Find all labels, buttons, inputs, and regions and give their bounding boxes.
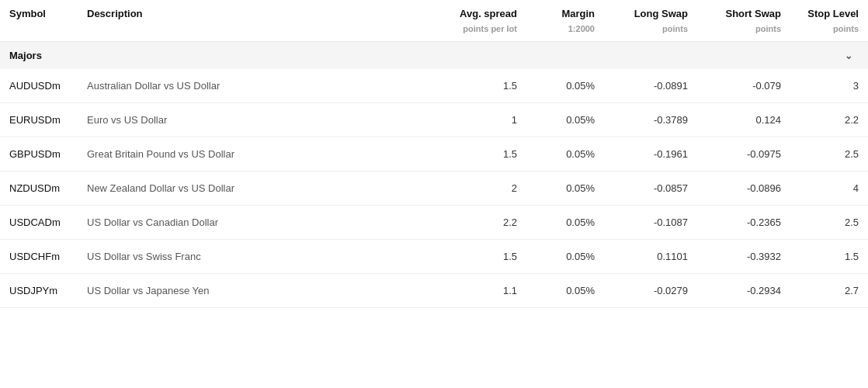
col-header-symbol: Symbol xyxy=(0,0,78,23)
cell-short-swap: -0.0896 xyxy=(697,171,790,206)
subheader-spread: points per lot xyxy=(425,23,526,42)
table-row: AUDUSDm Australian Dollar vs US Dollar 1… xyxy=(0,69,868,103)
cell-margin: 0.05% xyxy=(526,69,604,103)
cell-symbol: EURUSDm xyxy=(0,103,78,137)
cell-description: US Dollar vs Swiss Franc xyxy=(78,240,425,274)
section-label: Majors xyxy=(9,50,42,61)
col-header-short-swap: Short Swap xyxy=(697,0,790,23)
cell-spread: 1.5 xyxy=(425,240,526,274)
data-table: Symbol Description Avg. spread Margin Lo… xyxy=(0,0,868,308)
cell-spread: 1.5 xyxy=(425,137,526,171)
cell-symbol: NZDUSDm xyxy=(0,171,78,206)
cell-symbol: USDCADm xyxy=(0,206,78,240)
table-row: USDCHFm US Dollar vs Swiss Franc 1.5 0.0… xyxy=(0,240,868,274)
table-row: EURUSDm Euro vs US Dollar 1 0.05% -0.378… xyxy=(0,103,868,137)
subheader-margin: 1:2000 xyxy=(526,23,604,42)
cell-margin: 0.05% xyxy=(526,103,604,137)
subheader-long-swap: points xyxy=(604,23,697,42)
table-row: GBPUSDm Great Britain Pound vs US Dollar… xyxy=(0,137,868,171)
table-body: Majors⌄ AUDUSDm Australian Dollar vs US … xyxy=(0,42,868,308)
cell-long-swap: -0.0891 xyxy=(604,69,697,103)
cell-margin: 0.05% xyxy=(526,240,604,274)
cell-stop-level: 2.5 xyxy=(790,137,868,171)
cell-symbol: AUDUSDm xyxy=(0,69,78,103)
cell-description: US Dollar vs Japanese Yen xyxy=(78,274,425,308)
col-header-description: Description xyxy=(78,0,425,23)
cell-description: Euro vs US Dollar xyxy=(78,103,425,137)
table-row: USDJPYm US Dollar vs Japanese Yen 1.1 0.… xyxy=(0,274,868,308)
section-header-majors[interactable]: Majors⌄ xyxy=(0,42,868,70)
cell-long-swap: -0.1087 xyxy=(604,206,697,240)
cell-long-swap: -0.0857 xyxy=(604,171,697,206)
cell-margin: 0.05% xyxy=(526,171,604,206)
subheader-description xyxy=(78,23,425,42)
cell-description: US Dollar vs Canadian Dollar xyxy=(78,206,425,240)
col-header-spread: Avg. spread xyxy=(425,0,526,23)
cell-description: New Zealand Dollar vs US Dollar xyxy=(78,171,425,206)
subheader-symbol xyxy=(0,23,78,42)
cell-short-swap: -0.079 xyxy=(697,69,790,103)
cell-description: Australian Dollar vs US Dollar xyxy=(78,69,425,103)
subheader-row: points per lot 1:2000 points points poin… xyxy=(0,23,868,42)
cell-stop-level: 2.7 xyxy=(790,274,868,308)
cell-long-swap: -0.0279 xyxy=(604,274,697,308)
cell-short-swap: -0.2934 xyxy=(697,274,790,308)
cell-spread: 2.2 xyxy=(425,206,526,240)
cell-spread: 2 xyxy=(425,171,526,206)
subheader-stop-level: points xyxy=(790,23,868,42)
cell-long-swap: 0.1101 xyxy=(604,240,697,274)
cell-description: Great Britain Pound vs US Dollar xyxy=(78,137,425,171)
cell-margin: 0.05% xyxy=(526,206,604,240)
col-header-stop-level: Stop Level xyxy=(790,0,868,23)
cell-stop-level: 3 xyxy=(790,69,868,103)
table-container: Symbol Description Avg. spread Margin Lo… xyxy=(0,0,868,308)
cell-stop-level: 2.2 xyxy=(790,103,868,137)
cell-short-swap: -0.3932 xyxy=(697,240,790,274)
col-header-margin: Margin xyxy=(526,0,604,23)
cell-spread: 1.5 xyxy=(425,69,526,103)
cell-symbol: USDJPYm xyxy=(0,274,78,308)
cell-stop-level: 2.5 xyxy=(790,206,868,240)
cell-short-swap: 0.124 xyxy=(697,103,790,137)
header-row: Symbol Description Avg. spread Margin Lo… xyxy=(0,0,868,23)
section-header-cell: Majors⌄ xyxy=(0,42,868,70)
cell-symbol: GBPUSDm xyxy=(0,137,78,171)
cell-spread: 1.1 xyxy=(425,274,526,308)
table-row: USDCADm US Dollar vs Canadian Dollar 2.2… xyxy=(0,206,868,240)
cell-margin: 0.05% xyxy=(526,137,604,171)
table-row: NZDUSDm New Zealand Dollar vs US Dollar … xyxy=(0,171,868,206)
cell-margin: 0.05% xyxy=(526,274,604,308)
cell-short-swap: -0.2365 xyxy=(697,206,790,240)
cell-stop-level: 4 xyxy=(790,171,868,206)
cell-long-swap: -0.1961 xyxy=(604,137,697,171)
cell-stop-level: 1.5 xyxy=(790,240,868,274)
cell-long-swap: -0.3789 xyxy=(604,103,697,137)
subheader-short-swap: points xyxy=(697,23,790,42)
cell-symbol: USDCHFm xyxy=(0,240,78,274)
chevron-icon: ⌄ xyxy=(845,50,859,61)
col-header-long-swap: Long Swap xyxy=(604,0,697,23)
cell-short-swap: -0.0975 xyxy=(697,137,790,171)
cell-spread: 1 xyxy=(425,103,526,137)
